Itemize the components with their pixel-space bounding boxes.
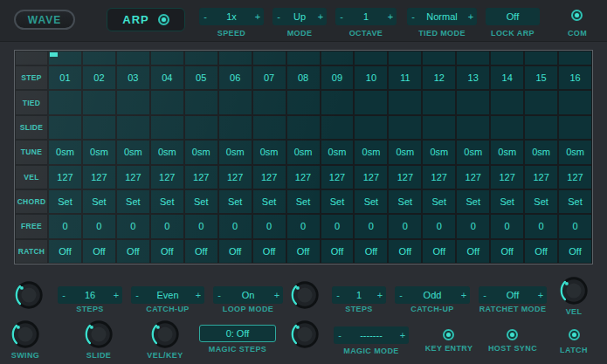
grid-cell[interactable]: 127 xyxy=(150,165,184,189)
grid-cell[interactable]: 127 xyxy=(354,165,388,189)
ratchet-catch-up-minus-button[interactable]: - xyxy=(395,290,407,300)
octave-value[interactable]: 1 xyxy=(348,11,384,22)
grid-cell[interactable]: 127 xyxy=(116,165,150,189)
grid-cell[interactable]: 127 xyxy=(388,165,422,189)
grid-cell[interactable]: Off xyxy=(48,239,82,264)
grid-cell[interactable]: 12 xyxy=(422,65,456,90)
grid-cell[interactable] xyxy=(286,115,321,140)
grid-cell[interactable] xyxy=(218,90,252,114)
grid-cell[interactable]: Off xyxy=(184,239,218,264)
grid-cell[interactable] xyxy=(286,90,321,114)
grid-cell[interactable]: Set xyxy=(558,189,592,214)
tied-mode-value[interactable]: Normal xyxy=(419,11,465,22)
grid-cell[interactable]: 0sm xyxy=(354,140,388,164)
grid-cell[interactable]: 0 xyxy=(388,214,422,238)
grid-cell[interactable] xyxy=(456,115,490,140)
grid-cell[interactable]: 127 xyxy=(218,165,252,189)
ratchet-catch-up-value[interactable]: Odd xyxy=(407,290,458,300)
magic-mode-value[interactable]: ------- xyxy=(346,330,397,340)
loop-mode-plus-button[interactable]: + xyxy=(271,290,283,300)
grid-cell[interactable]: Set xyxy=(116,189,150,214)
grid-cell[interactable]: 127 xyxy=(456,165,490,189)
grid-cell[interactable]: 0 xyxy=(82,214,116,238)
vel-knob[interactable] xyxy=(557,274,590,307)
grid-cell[interactable]: Set xyxy=(524,189,558,214)
grid-cell[interactable]: 0sm xyxy=(422,140,456,164)
ratchet-section-knob[interactable] xyxy=(288,278,321,312)
grid-cell[interactable]: 0 xyxy=(218,214,252,238)
ratchet-steps-value[interactable]: 1 xyxy=(344,290,374,300)
grid-cell[interactable] xyxy=(48,115,82,140)
grid-cell[interactable]: Off xyxy=(218,239,252,264)
grid-cell[interactable]: 0sm xyxy=(558,140,592,164)
grid-cell[interactable]: Set xyxy=(252,189,286,214)
magic-mode-minus-button[interactable]: - xyxy=(334,330,346,340)
grid-cell[interactable]: 11 xyxy=(388,65,422,90)
grid-cell[interactable] xyxy=(150,115,184,140)
grid-cell[interactable]: 0sm xyxy=(218,140,252,164)
grid-cell[interactable]: Set xyxy=(354,189,388,214)
grid-cell[interactable]: 0sm xyxy=(150,140,184,164)
magic-knob[interactable] xyxy=(288,318,321,351)
mode-plus-button[interactable]: + xyxy=(314,11,327,22)
grid-cell[interactable] xyxy=(82,90,116,114)
grid-cell[interactable]: Set xyxy=(422,189,456,214)
grid-cell[interactable] xyxy=(321,115,355,140)
grid-cell[interactable]: 0 xyxy=(150,214,184,238)
grid-cell[interactable]: 127 xyxy=(422,165,456,189)
host-sync-led[interactable] xyxy=(507,329,518,340)
grid-cell[interactable]: Off xyxy=(252,239,286,264)
latch-led[interactable] xyxy=(569,329,580,340)
arp-steps-minus-button[interactable]: - xyxy=(58,290,70,300)
grid-cell[interactable]: 0sm xyxy=(524,140,558,164)
slide-knob[interactable] xyxy=(82,318,115,351)
ratchet-steps-plus-button[interactable]: + xyxy=(374,290,386,300)
grid-cell[interactable]: 0 xyxy=(490,214,524,238)
grid-cell[interactable] xyxy=(184,90,218,114)
grid-cell[interactable]: 14 xyxy=(490,65,524,90)
grid-cell[interactable]: Off xyxy=(388,239,422,264)
ratchet-mode-value[interactable]: Off xyxy=(491,290,535,300)
grid-cell[interactable]: 0sm xyxy=(321,140,355,164)
grid-cell[interactable]: 0 xyxy=(524,214,558,238)
grid-cell[interactable] xyxy=(422,90,456,114)
grid-cell[interactable]: 0sm xyxy=(490,140,524,164)
grid-cell[interactable]: 127 xyxy=(490,165,524,189)
grid-cell[interactable]: 0 xyxy=(321,214,355,238)
grid-cell[interactable]: 09 xyxy=(321,65,355,90)
grid-cell[interactable]: 02 xyxy=(82,65,116,90)
magic-steps-value[interactable]: 0: Off xyxy=(199,325,276,342)
tied-mode-plus-button[interactable]: + xyxy=(465,11,477,22)
grid-cell[interactable]: Off xyxy=(422,239,456,264)
grid-cell[interactable]: 10 xyxy=(354,65,388,90)
grid-cell[interactable]: Off xyxy=(354,239,388,264)
grid-cell[interactable] xyxy=(558,90,592,114)
grid-cell[interactable] xyxy=(422,115,456,140)
grid-cell[interactable]: 127 xyxy=(524,165,558,189)
grid-cell[interactable]: Off xyxy=(456,239,490,264)
grid-cell[interactable]: 127 xyxy=(286,165,321,189)
grid-cell[interactable] xyxy=(82,115,116,140)
mode-minus-button[interactable]: - xyxy=(272,11,285,22)
grid-cell[interactable]: 0sm xyxy=(252,140,286,164)
grid-cell[interactable] xyxy=(388,115,422,140)
arp-button[interactable]: ARP xyxy=(107,8,185,31)
grid-cell[interactable] xyxy=(116,90,150,114)
loop-mode-minus-button[interactable]: - xyxy=(213,290,225,300)
grid-cell[interactable]: 0 xyxy=(286,214,321,238)
grid-cell[interactable]: 127 xyxy=(558,165,592,189)
grid-cell[interactable]: Set xyxy=(184,189,218,214)
grid-cell[interactable]: Set xyxy=(388,189,422,214)
grid-cell[interactable]: 0 xyxy=(48,214,82,238)
grid-cell[interactable]: 15 xyxy=(524,65,558,90)
grid-cell[interactable]: 127 xyxy=(252,165,286,189)
magic-mode-plus-button[interactable]: + xyxy=(397,330,409,340)
grid-cell[interactable] xyxy=(524,90,558,114)
grid-cell[interactable] xyxy=(490,115,524,140)
grid-cell[interactable] xyxy=(354,90,388,114)
grid-cell[interactable]: Off xyxy=(82,239,116,264)
grid-cell[interactable]: 127 xyxy=(321,165,355,189)
grid-cell[interactable]: 0sm xyxy=(82,140,116,164)
grid-cell[interactable] xyxy=(321,90,355,114)
grid-cell[interactable]: Off xyxy=(524,239,558,264)
